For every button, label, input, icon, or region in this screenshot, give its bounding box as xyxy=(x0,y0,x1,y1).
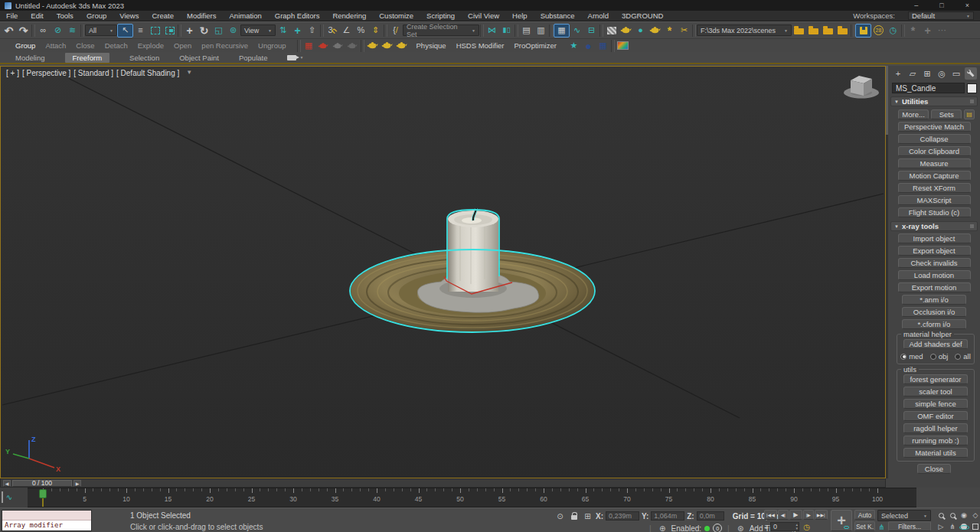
select-and-rotate-icon[interactable]: ↻ xyxy=(197,24,211,38)
sets-button[interactable]: Sets xyxy=(931,109,962,119)
curve-editor-icon[interactable]: ∿ xyxy=(570,24,584,38)
reset-xform-button[interactable]: Reset XForm xyxy=(898,183,971,193)
hsds-modifier-button[interactable]: HSDS Modifier xyxy=(456,41,505,50)
import-object-button[interactable]: Import object xyxy=(898,233,971,243)
per-view-filter-icon[interactable]: ▼ xyxy=(186,69,192,77)
autobackup-toggle-button[interactable] xyxy=(855,24,871,38)
unlink-selection-icon[interactable]: ⊘ xyxy=(51,24,65,38)
layer-explorer-icon[interactable]: ▥ xyxy=(534,24,548,38)
ghost-teapot-icon[interactable] xyxy=(331,39,345,53)
tab-populate[interactable]: Populate xyxy=(239,54,268,62)
previous-frame-arrow[interactable]: ◀ xyxy=(3,480,11,487)
absolute-mode-icon[interactable]: ⊞ xyxy=(582,511,593,521)
angle-snap-icon[interactable]: ∠ xyxy=(339,24,354,38)
menu-substance[interactable]: Substance xyxy=(541,11,575,20)
current-frame-field[interactable]: 0 ▴▾ xyxy=(770,522,799,531)
create-tab-icon[interactable]: + xyxy=(892,67,904,80)
go-to-start-button[interactable]: |◀◀ xyxy=(764,510,777,520)
occlusion-io-button[interactable]: Occlusion i/o xyxy=(902,307,966,317)
crossed-teapot-icon[interactable] xyxy=(345,39,360,53)
zoom-all-icon[interactable] xyxy=(947,510,958,521)
measure-button[interactable]: Measure xyxy=(898,158,971,168)
panel-scrollbar[interactable] xyxy=(886,66,888,478)
percent-snap-icon[interactable]: % xyxy=(354,24,368,38)
macro-recorder-pane[interactable] xyxy=(2,511,91,521)
prooptimizer-button[interactable]: ProOptimizer xyxy=(514,41,556,50)
workspace-dropdown[interactable]: Default ▼ xyxy=(908,11,974,20)
project-folder-dropdown[interactable]: F:\3ds Max 2022\scenes ▼ xyxy=(697,24,792,36)
select-and-place-icon[interactable]: ⊚ xyxy=(226,24,240,38)
close-utility-button[interactable]: Close xyxy=(917,464,951,474)
radio-obj[interactable]: obj xyxy=(930,352,949,361)
key-mode-toggle-icon[interactable]: ◷ xyxy=(801,521,812,532)
rendered-frame-window-icon[interactable]: ● xyxy=(633,24,648,38)
select-and-move-icon[interactable]: + xyxy=(182,24,197,38)
play-button[interactable]: ▶ xyxy=(789,510,802,520)
menu-edit[interactable]: Edit xyxy=(31,11,43,20)
teapot-tool-icon-3[interactable] xyxy=(394,39,409,53)
next-frame-arrow[interactable]: ▶ xyxy=(74,480,81,487)
menu-tools[interactable]: Tools xyxy=(57,11,74,20)
select-and-manipulate-icon[interactable]: + xyxy=(290,24,305,38)
trackbar-ruler[interactable]: 5101520253035404550556065707580859095100 xyxy=(28,488,916,508)
teapot-tool-icon-2[interactable] xyxy=(380,39,394,53)
mirror-icon[interactable]: ⋈ xyxy=(485,24,499,38)
orbit-icon[interactable] xyxy=(959,521,969,532)
menu-scripting[interactable]: Scripting xyxy=(426,11,455,20)
export-object-button[interactable]: Export object xyxy=(898,246,971,256)
simple-fence-button[interactable]: simple fence xyxy=(903,399,968,409)
tab-selection[interactable]: Selection xyxy=(129,54,159,62)
set-keys-button[interactable]: + xyxy=(831,510,852,531)
key-filters-icon[interactable]: ⋔ xyxy=(876,521,887,532)
menu-help[interactable]: Help xyxy=(512,11,528,20)
menu-modifiers[interactable]: Modifiers xyxy=(187,11,217,20)
mini-curve-editor-icon[interactable]: ∿ xyxy=(2,491,15,503)
folder-save-icon[interactable] xyxy=(821,24,835,38)
radio-all[interactable]: all xyxy=(955,352,971,361)
menu-civil-view[interactable]: Civil View xyxy=(468,11,499,20)
track-bar[interactable]: ∿ 51015202530354045505560657075808590951… xyxy=(0,488,980,508)
group-button[interactable]: Group xyxy=(15,41,35,50)
red-grid-icon[interactable]: ▦ xyxy=(302,39,316,53)
omf-editor-button[interactable]: OMF editor xyxy=(903,411,968,421)
render-iterative-wand-icon[interactable]: * xyxy=(662,24,677,38)
y-coord-field[interactable]: 1,064m xyxy=(651,511,684,521)
ragdoll-helper-button[interactable]: ragdoll helper xyxy=(903,423,968,433)
named-selection-sets-icon[interactable]: {/ xyxy=(388,24,403,38)
redo-icon[interactable]: ↷ xyxy=(16,24,31,38)
pattern-tool-icon[interactable]: ▦ xyxy=(596,39,610,53)
autobackup-time-icon[interactable]: ◷ xyxy=(886,24,900,38)
teapot-tool-icon-1[interactable] xyxy=(365,39,380,53)
tab-object-paint[interactable]: Object Paint xyxy=(179,54,219,62)
menu-arnold[interactable]: Arnold xyxy=(588,11,609,20)
maxscript-mini-listener[interactable]: Array modifier xyxy=(2,510,92,531)
folder-export-icon[interactable] xyxy=(835,24,850,38)
z-coord-field[interactable]: 0,0m xyxy=(697,511,724,521)
maximize-button[interactable]: □ xyxy=(939,2,943,9)
minimize-button[interactable]: – xyxy=(914,2,918,9)
sphere-tool-icon[interactable]: ● xyxy=(581,39,596,53)
enabled-count-badge[interactable]: 0 xyxy=(713,524,722,532)
red-teapot-icon[interactable] xyxy=(316,39,331,53)
menu-create[interactable]: Create xyxy=(152,11,174,20)
window-crossing-icon[interactable] xyxy=(162,24,177,38)
folder-open-icon[interactable] xyxy=(806,24,821,38)
spinner-icon[interactable]: ▴▾ xyxy=(796,523,799,530)
utilities-rollout-header[interactable]: ▼ Utilities xyxy=(890,96,978,106)
tab-freeform[interactable]: Freeform xyxy=(65,53,110,63)
menu-3dground[interactable]: 3DGROUND xyxy=(622,11,663,20)
perspective-match-button[interactable]: Perspective Match xyxy=(898,122,971,132)
previous-frame-button[interactable]: ◀| xyxy=(778,510,789,520)
render-production-icon[interactable] xyxy=(648,24,662,38)
viewport-menu-renderer[interactable]: [ Standard ] xyxy=(74,69,113,77)
anm-io-button[interactable]: *.anm i/o xyxy=(902,295,966,305)
align-icon[interactable]: ▮▯ xyxy=(499,24,514,38)
viewcube[interactable] xyxy=(844,76,879,99)
more-utilities-button[interactable]: More... xyxy=(898,109,929,119)
folder-settings-icon[interactable] xyxy=(792,24,806,38)
x-coord-field[interactable]: 0,239m xyxy=(606,511,639,521)
go-to-end-button[interactable]: ▶▶| xyxy=(815,510,828,520)
viewport-menu-general[interactable]: [ + ] xyxy=(6,69,19,77)
collapse-button[interactable]: Collapse xyxy=(898,134,971,144)
next-frame-button[interactable]: |▶ xyxy=(803,510,814,520)
